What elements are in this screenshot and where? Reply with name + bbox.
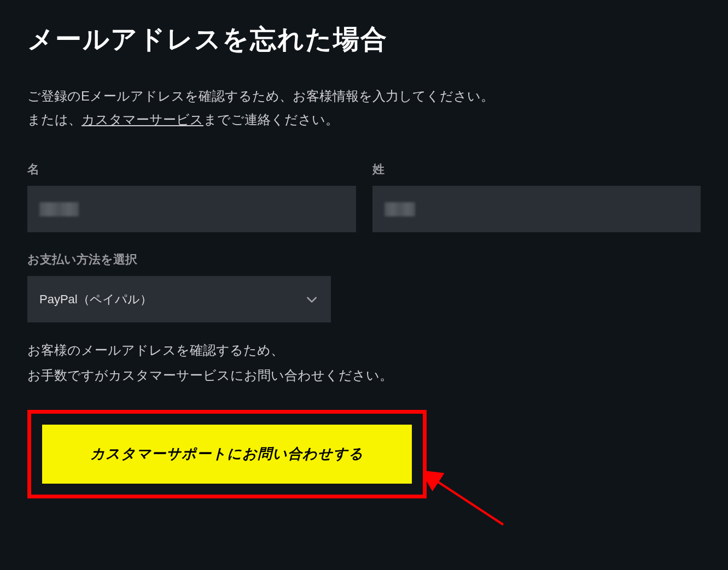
- svg-line-1: [435, 480, 503, 525]
- description-line2-suffix: までご連絡ください。: [203, 112, 339, 127]
- redacted-value-icon: [385, 202, 415, 216]
- description-line1: ご登録のEメールアドレスを確認するため、お客様情報を入力してください。: [27, 89, 494, 103]
- page-title: メールアドレスを忘れた場合: [27, 22, 701, 57]
- info-line2: お手数ですがカスタマーサービスにお問い合わせください。: [27, 363, 701, 388]
- description-text: ご登録のEメールアドレスを確認するため、お客様情報を入力してください。 または、…: [27, 84, 701, 131]
- customer-service-link[interactable]: カスタマーサービス: [81, 112, 203, 127]
- chevron-down-icon: [305, 292, 319, 307]
- first-name-field[interactable]: [27, 186, 356, 232]
- first-name-label: 名: [27, 161, 356, 178]
- payment-method-selected-value: PayPal（ペイパル）: [39, 291, 152, 308]
- info-line1: お客様のメールアドレスを確認するため、: [27, 338, 701, 363]
- last-name-field[interactable]: [372, 186, 701, 232]
- redacted-value-icon: [39, 202, 79, 216]
- description-line2-prefix: または、: [27, 112, 81, 127]
- arrow-annotation-icon: [427, 470, 514, 536]
- payment-method-select[interactable]: PayPal（ペイパル）: [27, 276, 331, 322]
- info-text: お客様のメールアドレスを確認するため、 お手数ですがカスタマーサービスにお問い合…: [27, 338, 701, 387]
- contact-support-button[interactable]: カスタマーサポートにお問い合わせする: [42, 425, 412, 484]
- last-name-label: 姓: [372, 161, 701, 178]
- payment-method-label: お支払い方法を選択: [27, 251, 331, 268]
- highlight-annotation: カスタマーサポートにお問い合わせする: [27, 410, 427, 498]
